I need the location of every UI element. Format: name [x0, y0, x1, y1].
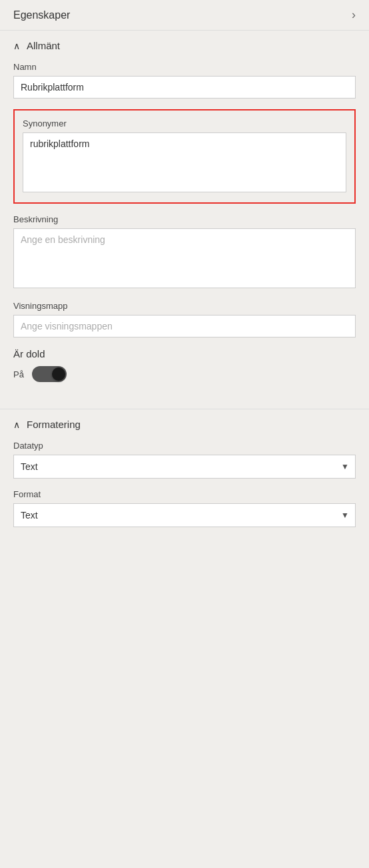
chevron-right-icon[interactable]: ›: [352, 8, 356, 22]
display-folder-input[interactable]: [13, 315, 356, 337]
general-section: ∧ Allmänt Namn Synonymer rubrikplattform…: [0, 31, 369, 409]
name-input[interactable]: [13, 76, 356, 99]
toggle-thumb: [52, 367, 65, 381]
description-field-group: Beskrivning: [13, 214, 356, 290]
format-select[interactable]: Text Heltal Decimaltal Datum Boolesk: [13, 503, 356, 527]
datatype-select-wrapper: Text Heltal Decimaltal Datum Boolesk ▼: [13, 455, 356, 479]
hidden-toggle-label: Är dold: [13, 348, 356, 359]
chevron-up-icon: ∧: [13, 41, 20, 51]
general-section-title: Allmänt: [27, 40, 60, 51]
panel-title: Egenskaper: [13, 9, 70, 21]
synonyms-label: Synonymer: [23, 118, 346, 128]
synonyms-highlight-box: Synonymer rubrikplattform: [13, 109, 356, 204]
description-label: Beskrivning: [13, 214, 356, 224]
name-label: Namn: [13, 62, 356, 72]
hidden-toggle-section: Är dold På: [13, 348, 356, 382]
name-field-group: Namn: [13, 62, 356, 99]
formatting-section-header[interactable]: ∧ Formatering: [13, 419, 356, 430]
datatype-select[interactable]: Text Heltal Decimaltal Datum Boolesk: [13, 455, 356, 479]
format-label: Format: [13, 489, 356, 499]
format-select-wrapper: Text Heltal Decimaltal Datum Boolesk ▼: [13, 503, 356, 527]
formatting-section: ∧ Formatering Datatyp Text Heltal Decima…: [0, 409, 369, 551]
datatype-label: Datatyp: [13, 441, 356, 451]
toggle-row: På: [13, 366, 356, 382]
hidden-toggle[interactable]: [32, 366, 67, 382]
header-row: Egenskaper ›: [0, 0, 369, 31]
format-field-group: Format Text Heltal Decimaltal Datum Bool…: [13, 489, 356, 527]
formatting-chevron-up-icon: ∧: [13, 419, 20, 430]
toggle-state-label: På: [13, 369, 24, 379]
properties-panel: Egenskaper › ∧ Allmänt Namn Synonymer ru…: [0, 0, 369, 551]
general-section-header[interactable]: ∧ Allmänt: [13, 40, 356, 51]
datatype-field-group: Datatyp Text Heltal Decimaltal Datum Boo…: [13, 441, 356, 479]
display-folder-label: Visningsmapp: [13, 301, 356, 311]
description-input[interactable]: [13, 228, 356, 288]
display-folder-field-group: Visningsmapp: [13, 301, 356, 337]
formatting-section-title: Formatering: [27, 419, 81, 430]
synonyms-input[interactable]: rubrikplattform: [23, 132, 346, 192]
